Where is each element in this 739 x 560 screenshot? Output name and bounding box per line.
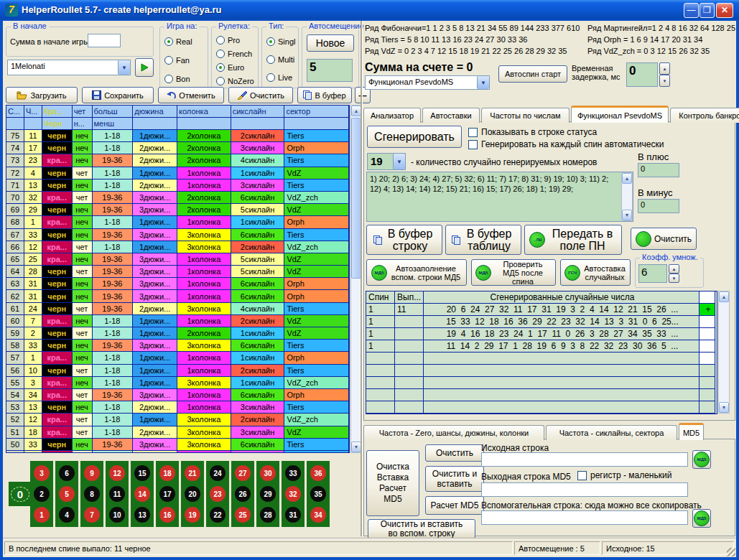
new-button[interactable]: Новое [307,34,354,52]
spins-row-72[interactable]: 724чернчет1-181дюжи...1колонка1сиклайнVd… [6,167,349,179]
radio-Euro[interactable]: Euro [216,63,244,72]
chevron-down-icon[interactable]: ▼ [477,76,489,89]
aux-string-input[interactable] [481,510,688,525]
md5-calc-source-button[interactable]: МД5 [692,450,711,469]
spins-row-57[interactable]: 571кра...неч1-181дюжи...1колонка1сиклайн… [6,352,349,364]
autofill-md5-button[interactable]: МД5 Автозаполнение вспом. строки МД5 [366,259,467,286]
radio-Bon[interactable]: Bon [164,75,190,83]
spins-row-49[interactable]: 4916кра...чет1-182дюжи...1колонка3сиклай… [6,451,349,453]
spin-up-icon[interactable]: ▲ [669,264,679,274]
minimize-button[interactable]: — [684,3,699,18]
coef-spinner[interactable]: ▲▼ [669,264,679,283]
spins-row-68[interactable]: 681кра...неч1-181дюжи...1колонка1сиклайн… [6,216,349,228]
check-md5-button[interactable]: МД5 Проверить МД5 после спина [471,259,556,286]
md5-clear-button[interactable]: Очистить [425,444,484,462]
chevron-down-icon[interactable]: ▼ [118,60,130,75]
spins-row-53[interactable]: 5313черннеч1-182дюжи...1колонка3сиклайнT… [6,401,349,414]
radio-icon[interactable] [216,50,225,58]
board-number-28[interactable]: 28 [256,503,279,527]
board-number-25[interactable]: 25 [231,503,254,527]
radio-Multi[interactable]: Multi [266,55,294,64]
spins-row-51[interactable]: 5118кра...чет1-182дюжи...3колонка3сиклай… [6,426,349,439]
radio-icon[interactable] [266,37,275,46]
generated-row[interactable]: 115 33 12 18 16 36 29 22 23 32 14 13 3 3… [366,316,717,328]
board-number-13[interactable]: 13 [131,503,154,527]
tab-Частоты по числам[interactable]: Частоты по числам [481,108,570,123]
spins-row-58[interactable]: 5833черннеч19-363дюжи...3колонка6сиклайн… [6,340,349,352]
spins-row-74[interactable]: 7417черннеч1-182дюжи...2колонка3сиклайнO… [6,142,349,154]
checkbox-icon[interactable] [468,140,478,149]
register-checkbox[interactable]: регистр - маленький [577,470,671,480]
spins-row-56[interactable]: 5610чернчет1-181дюжи...1колонка2сиклайнT… [6,365,349,377]
resize-grip[interactable] [727,548,735,556]
start-sum-input[interactable] [88,34,121,47]
plus-value[interactable]: 0 [638,163,679,177]
spins-row-62[interactable]: 6231черннеч19-363дюжи...1колонка6сиклайн… [6,290,349,302]
radio-icon[interactable] [164,75,173,83]
generated-row[interactable]: 11120 6 24 27 32 11 17 31 19 3 2 4 14 12… [366,304,717,316]
md5-clear-paste-button[interactable]: Очистить и вставить [425,466,484,492]
board-number-4[interactable]: 4 [55,503,78,527]
board-number-10[interactable]: 10 [106,503,129,527]
generated-row[interactable]: 119 4 16 18 23 24 1 17 11 0 26 3 28 27 3… [366,328,717,340]
radio-icon[interactable] [266,55,275,64]
generated-row[interactable]: 111 14 2 29 17 1 28 19 6 9 3 8 22 32 23 … [366,340,717,353]
radio-Pro[interactable]: Pro [216,36,240,45]
checkbox-icon[interactable] [577,471,587,480]
md5-calc-aux-button[interactable]: МД5 [692,509,711,528]
radio-icon[interactable] [164,56,173,65]
generated-numbers-textarea[interactable]: 1) 20; 2) 6; 3) 24; 4) 27; 5) 32; 6) 11;… [366,172,633,222]
spins-row-71[interactable]: 7113черннеч1-182дюжи...1колонка3сиклайнT… [6,179,349,192]
scroll-down-icon[interactable]: ▼ [719,402,729,413]
radio-icon[interactable] [216,63,225,72]
board-number-1[interactable]: 1 [30,503,53,527]
tab-Функционал PsevdoMS[interactable]: Функционал PsevdoMS [571,106,669,123]
board-number-7[interactable]: 7 [80,503,103,527]
tab-Автоставки[interactable]: Автоставки [422,108,480,123]
board-number-31[interactable]: 31 [282,503,305,527]
clear-generated-button[interactable]: Очистить [631,228,697,250]
checkbox-icon[interactable] [468,128,478,137]
spins-row-60[interactable]: 607кра...неч1-181дюжи...1колонка2сиклайн… [6,315,349,327]
tab-Анализатор[interactable]: Анализатор [363,108,421,123]
scroll-up-icon[interactable]: ▲ [622,173,632,184]
spin-up-icon[interactable]: ▲ [659,62,670,75]
spins-row-70[interactable]: 7032кра...чет19-363дюжи...2колонка6сикла… [6,192,349,204]
radio-icon[interactable] [164,37,173,46]
checkbox-auto-generate[interactable]: Генерировать на каждый спин автоматическ… [468,139,664,149]
delay-value[interactable]: 0 [626,62,658,87]
md5-clear-paste-aux-button[interactable]: Очистить и вставить во вспом. строку [368,519,475,539]
spins-row-64[interactable]: 6428чернчет19-363дюжи...1колонка5сиклайн… [6,266,349,278]
count-combo[interactable]: 19 ▼ [367,153,406,170]
coef-value[interactable]: 6 [638,264,667,283]
scroll-up-icon[interactable]: ▲ [351,106,361,116]
board-number-19[interactable]: 19 [181,503,204,527]
preset-combo[interactable]: 1Melonati ▼ [7,60,131,75]
load-button[interactable]: Загрузить [6,87,78,103]
save-button[interactable]: Сохранить [82,87,154,103]
spins-scroll-thumb[interactable] [351,118,361,279]
delay-spinner[interactable]: ▲▼ [659,62,670,87]
spins-row-63[interactable]: 6331черннеч19-363дюжи...1колонка6сиклайн… [6,278,349,290]
buffer-table-button[interactable]: В буфер таблицу [445,225,521,255]
chevron-down-icon[interactable]: ▼ [393,154,405,169]
scroll-up-icon[interactable]: ▲ [719,291,729,302]
radio-Live[interactable]: Live [266,73,292,82]
autobet-random-button[interactable]: ГСЧ Автоставка случайных [560,259,631,286]
autospin-button[interactable]: Автоспин старт [498,65,567,83]
spin-down-icon[interactable]: ▼ [669,274,679,283]
radio-icon[interactable] [216,36,225,45]
spins-row-66[interactable]: 6612кра...чет1-181дюжи...3колонка2сиклай… [6,241,349,253]
spins-row-52[interactable]: 5212кра...чет1-181дюжи...3колонка2сиклай… [6,414,349,426]
generate-button[interactable]: Сгенерировать [367,126,462,148]
clear-button[interactable]: Очистить [228,87,293,103]
checkbox-show-status[interactable]: Показывать в строке статуса [468,127,597,137]
generated-table-scrollbar[interactable]: ▲ ▼ [718,291,730,414]
to-buffer-button[interactable]: В буфер [297,87,352,103]
radio-Fan[interactable]: Fan [164,56,190,65]
textarea-scrollbar[interactable]: ▲ ▼ [621,172,633,221]
tab-MD5[interactable]: MD5 [679,423,704,440]
spins-row-54[interactable]: 5434кра...чет19-363дюжи...1колонка6сикла… [6,389,349,401]
md5-calc-button[interactable]: Расчет MD5 [425,496,484,515]
maximize-button[interactable]: ❐ [700,3,715,18]
